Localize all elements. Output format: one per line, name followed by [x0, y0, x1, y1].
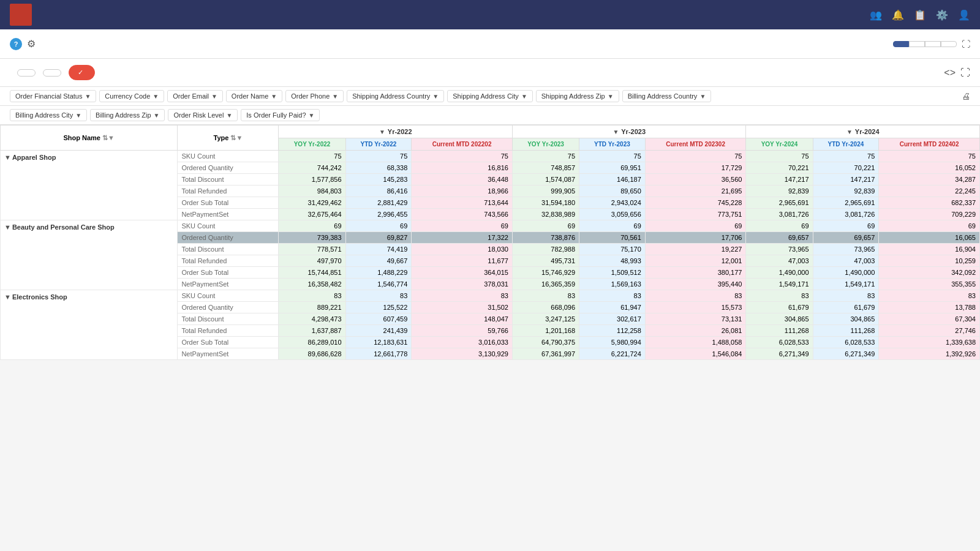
data-cell: 1,339,638 [879, 337, 980, 348]
data-cell: 739,383 [279, 232, 345, 244]
data-cell: 1,490,000 [746, 267, 813, 279]
data-cell: 10,259 [879, 255, 980, 267]
col-header-type[interactable]: Type ⇅▼ [178, 126, 279, 151]
filter-billing-address-zip[interactable]: Billing Address Zip ▼ [90, 109, 165, 121]
data-cell: 302,617 [579, 313, 646, 325]
view-btn-weekly[interactable] [941, 41, 957, 47]
filter-shipping-address-city[interactable]: Shipping Address City ▼ [447, 90, 533, 102]
range-btn-last3[interactable]: ✓ [69, 65, 95, 80]
shop-name-cell: ▼Beauty and Personal Care Shop [1, 220, 178, 290]
top-nav: 👥 🔔 📋 ⚙️ 👤 [0, 0, 980, 29]
range-btn-last2[interactable] [43, 69, 61, 77]
code-icon[interactable]: <> [944, 67, 956, 78]
filter-order-phone[interactable]: Order Phone ▼ [285, 90, 344, 102]
filter-currency-code[interactable]: Currency Code ▼ [99, 90, 164, 102]
data-cell: 73,965 [813, 244, 879, 255]
data-cell: 1,490,000 [813, 267, 879, 279]
funnel-icon: ▼ [85, 93, 91, 100]
filter-shipping-address-country[interactable]: Shipping Address Country ▼ [347, 90, 444, 102]
col-ytd-2022: YTD Yr-2022 [345, 138, 412, 151]
data-cell: 2,965,691 [813, 197, 879, 209]
data-cell: 48,993 [579, 255, 646, 267]
col-group-2023: ▼Yr-2023 [512, 126, 745, 138]
data-cell: 145,283 [345, 174, 412, 186]
data-cell: 92,839 [746, 186, 813, 197]
data-cell: 773,751 [645, 209, 746, 220]
filter-is-order-fully-paid[interactable]: Is Order Fully Paid? ▼ [241, 109, 320, 121]
row-type-cell: Order Sub Total [178, 197, 279, 209]
data-cell: 364,015 [412, 267, 513, 279]
data-cell: 782,988 [512, 244, 579, 255]
data-cell: 69,657 [746, 232, 813, 244]
data-cell: 241,439 [345, 325, 412, 337]
data-cell: 83 [412, 290, 513, 302]
view-btn-yearly[interactable] [893, 41, 909, 47]
data-cell: 49,667 [345, 255, 412, 267]
data-cell: 68,338 [345, 162, 412, 174]
data-cell: 16,904 [879, 244, 980, 255]
print-icon[interactable]: 🖨 [962, 91, 970, 101]
row-type-cell: Total Refunded [178, 325, 279, 337]
users-icon[interactable]: 👥 [870, 9, 882, 21]
data-cell: 1,549,171 [746, 279, 813, 290]
data-cell: 682,337 [879, 197, 980, 209]
data-cell: 304,865 [813, 313, 879, 325]
filter-order-name[interactable]: Order Name ▼ [226, 90, 282, 102]
filter-order-risk-level[interactable]: Order Risk Level ▼ [168, 109, 238, 121]
data-cell: 83 [279, 290, 345, 302]
fullscreen-icon[interactable]: ⛶ [960, 67, 970, 78]
data-cell: 15,746,929 [512, 267, 579, 279]
data-cell: 70,221 [746, 162, 813, 174]
row-type-cell: SKU Count [178, 220, 279, 232]
help-icon[interactable]: ? [10, 38, 22, 50]
sliders-icon[interactable]: ⚙️ [936, 9, 948, 21]
data-cell: 147,217 [813, 174, 879, 186]
data-table-container[interactable]: Shop Name ⇅▼ Type ⇅▼ ▼Yr-2022 ▼Yr-2023 ▼… [0, 125, 980, 534]
data-cell: 59,766 [412, 325, 513, 337]
data-cell: 3,247,125 [512, 313, 579, 325]
data-cell: 304,865 [746, 313, 813, 325]
data-cell: 12,001 [645, 255, 746, 267]
filter-row-1: Order Financial Status ▼ Currency Code ▼… [0, 87, 980, 106]
data-cell: 83 [512, 290, 579, 302]
row-type-cell: Total Discount [178, 174, 279, 186]
view-btn-quarterly[interactable] [909, 41, 925, 47]
bell-icon[interactable]: 🔔 [892, 9, 904, 21]
data-cell: 26,081 [645, 325, 746, 337]
row-type-cell: NetPaymentSet [178, 209, 279, 220]
view-btn-monthly[interactable] [925, 41, 941, 47]
data-cell: 17,729 [645, 162, 746, 174]
data-cell: 32,838,989 [512, 209, 579, 220]
range-btn-current[interactable] [17, 69, 36, 77]
data-cell: 380,177 [645, 267, 746, 279]
filter-sliders-icon[interactable]: ⚙ [27, 38, 36, 50]
data-cell: 342,092 [879, 267, 980, 279]
data-cell: 15,744,851 [279, 267, 345, 279]
data-cell: 69 [579, 220, 646, 232]
data-cell: 75 [579, 151, 646, 162]
col-header-shop-name[interactable]: Shop Name ⇅▼ [1, 126, 178, 151]
data-cell: 6,028,533 [746, 337, 813, 348]
filter-billing-address-city[interactable]: Billing Address City ▼ [10, 109, 87, 121]
data-cell: 3,081,726 [746, 209, 813, 220]
filter-order-financial-status[interactable]: Order Financial Status ▼ [10, 90, 96, 102]
data-cell: 18,030 [412, 244, 513, 255]
col-ytd-2024: YTD Yr-2024 [813, 138, 879, 151]
user-icon[interactable]: 👤 [958, 9, 970, 21]
filter-billing-address-country[interactable]: Billing Address Country ▼ [622, 90, 712, 102]
data-cell: 13,788 [879, 302, 980, 313]
data-cell: 83 [645, 290, 746, 302]
expand-icon[interactable]: ⛶ [962, 39, 970, 49]
filter-shipping-address-zip[interactable]: Shipping Address Zip ▼ [536, 90, 619, 102]
row-type-cell: SKU Count [178, 290, 279, 302]
data-cell: 12,661,778 [345, 348, 412, 360]
data-cell: 1,488,058 [645, 337, 746, 348]
row-type-cell: Total Discount [178, 244, 279, 255]
data-cell: 47,003 [746, 255, 813, 267]
data-cell: 748,857 [512, 162, 579, 174]
row-type-cell: Total Refunded [178, 186, 279, 197]
filter-order-email[interactable]: Order Email ▼ [167, 90, 223, 102]
data-cell: 17,706 [645, 232, 746, 244]
col-yoy-2022: YOY Yr-2022 [279, 138, 345, 151]
tablet-icon[interactable]: 📋 [914, 9, 926, 21]
